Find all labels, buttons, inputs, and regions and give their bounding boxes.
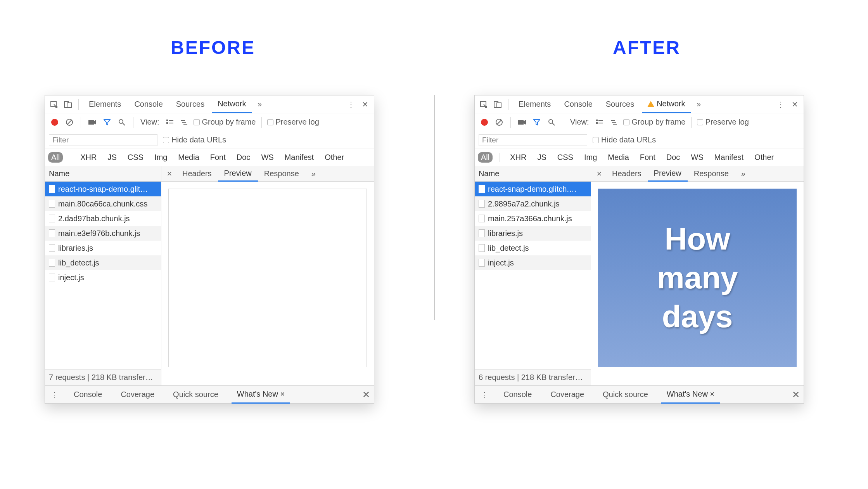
name-column-header[interactable]: Name xyxy=(475,166,591,182)
pill-ws[interactable]: WS xyxy=(688,152,706,163)
more-tabs-icon[interactable]: » xyxy=(693,99,705,110)
name-column-header[interactable]: Name xyxy=(45,166,161,182)
pill-doc[interactable]: Doc xyxy=(233,152,254,163)
pill-xhr[interactable]: XHR xyxy=(507,152,529,163)
drawer-coverage[interactable]: Coverage xyxy=(115,386,160,404)
hide-data-urls-checkbox[interactable]: Hide data URLs xyxy=(593,135,656,144)
request-row[interactable]: lib_detect.js xyxy=(45,255,161,270)
filter-toggle-icon[interactable] xyxy=(101,116,113,128)
preserve-log-checkbox[interactable]: Preserve log xyxy=(267,118,319,127)
tab-headers[interactable]: Headers xyxy=(606,166,648,182)
close-devtools-icon[interactable]: ✕ xyxy=(789,99,801,110)
request-row[interactable]: 2.dad97bab.chunk.js xyxy=(45,211,161,226)
close-tab-icon[interactable]: × xyxy=(280,390,285,399)
drawer-whats-new[interactable]: What's New × xyxy=(661,386,720,404)
pill-img[interactable]: Img xyxy=(151,152,170,163)
pill-font[interactable]: Font xyxy=(207,152,229,163)
request-row[interactable]: main.257a366a.chunk.js xyxy=(475,211,591,226)
request-row[interactable]: libraries.js xyxy=(475,226,591,241)
group-by-frame-checkbox[interactable]: Group by frame xyxy=(623,118,686,127)
pill-img[interactable]: Img xyxy=(581,152,600,163)
drawer-whats-new[interactable]: What's New × xyxy=(232,386,290,404)
more-tabs-icon[interactable]: » xyxy=(254,99,266,110)
kebab-icon[interactable]: ⋮ xyxy=(775,99,787,110)
pill-css[interactable]: CSS xyxy=(124,152,147,163)
pill-manifest[interactable]: Manifest xyxy=(282,152,317,163)
drawer-kebab-icon[interactable]: ⋮ xyxy=(479,389,490,401)
close-devtools-icon[interactable]: ✕ xyxy=(359,99,371,110)
device-icon[interactable] xyxy=(492,99,503,110)
kebab-icon[interactable]: ⋮ xyxy=(345,99,357,110)
request-row[interactable]: react-no-snap-demo.glit… xyxy=(45,182,161,196)
search-icon[interactable] xyxy=(546,116,557,128)
pill-font[interactable]: Font xyxy=(637,152,659,163)
tab-preview[interactable]: Preview xyxy=(648,166,688,182)
clear-icon[interactable] xyxy=(493,116,505,128)
request-row[interactable]: inject.js xyxy=(475,255,591,270)
tab-headers[interactable]: Headers xyxy=(176,166,218,182)
drawer-console[interactable]: Console xyxy=(68,386,107,404)
request-row[interactable]: libraries.js xyxy=(45,241,161,255)
filter-input[interactable] xyxy=(479,134,587,146)
tab-sources[interactable]: Sources xyxy=(600,95,640,113)
pill-manifest[interactable]: Manifest xyxy=(711,152,747,163)
tab-response[interactable]: Response xyxy=(688,166,735,182)
close-tab-icon[interactable]: × xyxy=(710,390,714,399)
filter-toggle-icon[interactable] xyxy=(531,116,543,128)
request-row[interactable]: main.e3ef976b.chunk.js xyxy=(45,226,161,241)
tab-network[interactable]: Network xyxy=(642,95,690,113)
tab-response[interactable]: Response xyxy=(258,166,305,182)
drawer-coverage[interactable]: Coverage xyxy=(545,386,590,404)
request-row[interactable]: main.80ca66ca.chunk.css xyxy=(45,196,161,211)
drawer-console[interactable]: Console xyxy=(498,386,537,404)
pill-all[interactable]: All xyxy=(478,152,493,163)
preserve-log-checkbox[interactable]: Preserve log xyxy=(697,118,749,127)
pill-media[interactable]: Media xyxy=(175,152,202,163)
drawer-quick-source[interactable]: Quick source xyxy=(597,386,654,404)
camera-icon[interactable] xyxy=(86,116,98,128)
pill-xhr[interactable]: XHR xyxy=(77,152,100,163)
pill-media[interactable]: Media xyxy=(605,152,632,163)
pill-all[interactable]: All xyxy=(48,152,63,163)
pill-js[interactable]: JS xyxy=(534,152,549,163)
camera-icon[interactable] xyxy=(516,116,528,128)
tab-network[interactable]: Network xyxy=(212,95,251,113)
view-waterfall-icon[interactable] xyxy=(609,116,620,128)
request-row[interactable]: inject.js xyxy=(45,270,161,285)
tab-console[interactable]: Console xyxy=(129,95,168,113)
view-waterfall-icon[interactable] xyxy=(179,116,190,128)
drawer-kebab-icon[interactable]: ⋮ xyxy=(49,389,61,401)
drawer-quick-source[interactable]: Quick source xyxy=(168,386,224,404)
tab-preview[interactable]: Preview xyxy=(218,166,258,182)
more-response-tabs-icon[interactable]: » xyxy=(305,166,322,182)
more-response-tabs-icon[interactable]: » xyxy=(735,166,752,182)
clear-icon[interactable] xyxy=(64,116,75,128)
drawer-close-icon[interactable]: ✕ xyxy=(792,389,800,400)
pill-css[interactable]: CSS xyxy=(554,152,576,163)
request-row[interactable]: 2.9895a7a2.chunk.js xyxy=(475,196,591,211)
pill-doc[interactable]: Doc xyxy=(663,152,683,163)
tab-sources[interactable]: Sources xyxy=(171,95,210,113)
tab-elements[interactable]: Elements xyxy=(513,95,556,113)
request-row[interactable]: lib_detect.js xyxy=(475,241,591,255)
filter-input[interactable] xyxy=(49,134,157,146)
close-panel-icon[interactable]: × xyxy=(163,169,176,179)
request-row[interactable]: react-snap-demo.glitch.… xyxy=(475,182,591,196)
tab-elements[interactable]: Elements xyxy=(83,95,126,113)
close-panel-icon[interactable]: × xyxy=(593,169,606,179)
inspect-icon[interactable] xyxy=(478,99,489,110)
group-by-frame-checkbox[interactable]: Group by frame xyxy=(194,118,256,127)
inspect-icon[interactable] xyxy=(48,99,60,110)
search-icon[interactable] xyxy=(116,116,128,128)
record-icon[interactable] xyxy=(479,116,490,128)
pill-other[interactable]: Other xyxy=(751,152,777,163)
record-icon[interactable] xyxy=(49,116,61,128)
device-icon[interactable] xyxy=(62,99,74,110)
pill-ws[interactable]: WS xyxy=(258,152,277,163)
view-list-icon[interactable] xyxy=(164,116,176,128)
hide-data-urls-checkbox[interactable]: Hide data URLs xyxy=(163,135,226,144)
view-list-icon[interactable] xyxy=(594,116,605,128)
drawer-close-icon[interactable]: ✕ xyxy=(362,389,370,400)
pill-other[interactable]: Other xyxy=(322,152,347,163)
pill-js[interactable]: JS xyxy=(104,152,119,163)
